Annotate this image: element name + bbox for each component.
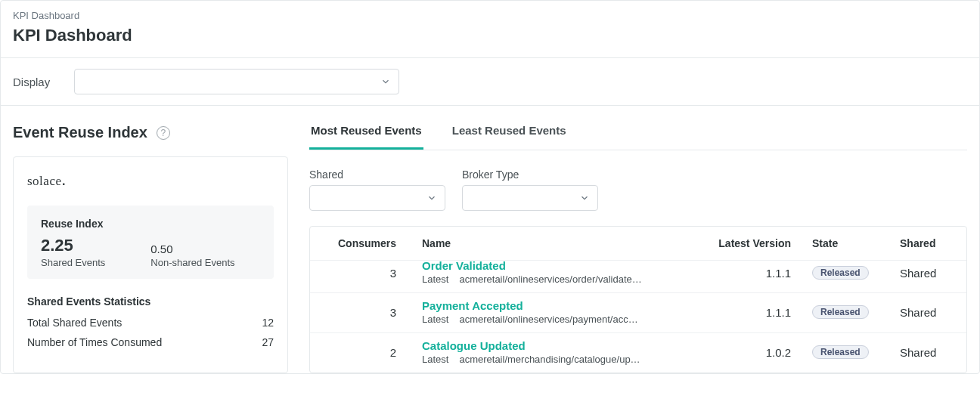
table-row[interactable]: 2Catalogue UpdatedLatestacmeretail/merch…: [310, 332, 966, 373]
reuse-index-card: solace. Reuse Index 2.25 Shared Events 0…: [13, 156, 288, 373]
event-name-link[interactable]: Payment Accepted: [422, 299, 708, 312]
brand-logo: solace.: [27, 174, 274, 189]
stats-title: Shared Events Statistics: [27, 295, 274, 308]
event-subline: Latestacmeretail/merchandising/catalogue…: [422, 354, 708, 365]
shared-value: Shared: [882, 306, 954, 319]
col-version: Latest Version: [708, 237, 791, 249]
event-name-link[interactable]: Catalogue Updated: [422, 339, 708, 352]
table-row[interactable]: 3Payment AcceptedLatestacmeretail/online…: [310, 292, 966, 332]
nonshared-value: 0.50: [150, 243, 234, 255]
latest-label: Latest: [422, 314, 448, 325]
version-value: 1.1.1: [708, 267, 791, 280]
stats-label: Number of Times Consumed: [27, 336, 162, 348]
filter-broker-select[interactable]: [462, 185, 598, 211]
state-cell: Released: [791, 345, 882, 359]
name-cell: Order ValidatedLatestacmeretail/onlinese…: [396, 261, 708, 285]
shared-sublabel: Shared Events: [41, 257, 105, 268]
tab-most-reused[interactable]: Most Reused Events: [309, 124, 423, 150]
event-subline: Latestacmeretail/onlineservices/payment/…: [422, 314, 708, 325]
filter-broker-label: Broker Type: [462, 168, 598, 181]
shared-value: Shared: [882, 346, 954, 359]
filter-shared-select[interactable]: [309, 185, 445, 211]
consumers-value: 2: [322, 346, 396, 359]
shared-value: Shared: [882, 267, 954, 280]
col-consumers: Consumers: [322, 237, 396, 249]
col-name: Name: [396, 237, 708, 249]
col-shared: Shared: [882, 237, 954, 249]
events-table: Consumers Name Latest Version State Shar…: [309, 226, 967, 373]
breadcrumb: KPI Dashboard: [13, 10, 967, 21]
stats-row: Total Shared Events12: [27, 317, 274, 329]
event-path: acmeretail/onlineservices/order/validate…: [459, 274, 641, 285]
stats-row: Number of Times Consumed27: [27, 336, 274, 348]
event-name-link[interactable]: Order Validated: [422, 259, 708, 272]
table-row[interactable]: 3Order ValidatedLatestacmeretail/onlines…: [310, 260, 966, 292]
event-subline: Latestacmeretail/onlineservices/order/va…: [422, 274, 708, 285]
state-cell: Released: [791, 266, 882, 280]
version-value: 1.0.2: [708, 346, 791, 359]
chevron-down-icon: [579, 193, 590, 203]
latest-label: Latest: [422, 354, 448, 365]
stats-value: 12: [262, 317, 274, 329]
status-badge: Released: [812, 266, 869, 280]
stats-label: Total Shared Events: [27, 317, 122, 329]
display-select[interactable]: [74, 69, 399, 94]
reuse-index-metric: Reuse Index 2.25 Shared Events 0.50 Non-…: [27, 206, 274, 279]
page-title: KPI Dashboard: [13, 26, 967, 45]
name-cell: Payment AcceptedLatestacmeretail/onlines…: [396, 299, 708, 325]
status-badge: Released: [812, 345, 869, 359]
chevron-down-icon: [380, 76, 391, 87]
help-icon[interactable]: ?: [157, 126, 170, 140]
latest-label: Latest: [422, 274, 448, 285]
shared-value: 2.25: [41, 236, 105, 255]
status-badge: Released: [812, 305, 869, 319]
nonshared-sublabel: Non-shared Events: [150, 257, 234, 268]
state-cell: Released: [791, 305, 882, 319]
consumers-value: 3: [322, 306, 396, 319]
event-path: acmeretail/onlineservices/payment/acc…: [459, 314, 637, 325]
chevron-down-icon: [426, 193, 437, 203]
tab-least-reused[interactable]: Least Reused Events: [451, 124, 568, 150]
event-path: acmeretail/merchandising/catalogue/up…: [459, 354, 640, 365]
metric-label: Reuse Index: [41, 218, 260, 230]
name-cell: Catalogue UpdatedLatestacmeretail/mercha…: [396, 339, 708, 365]
consumers-value: 3: [322, 267, 396, 280]
version-value: 1.1.1: [708, 306, 791, 319]
filter-shared-label: Shared: [309, 168, 445, 181]
section-title-reuse-index: Event Reuse Index: [13, 124, 147, 141]
stats-value: 27: [262, 336, 274, 348]
display-label: Display: [13, 76, 50, 88]
col-state: State: [791, 237, 882, 249]
